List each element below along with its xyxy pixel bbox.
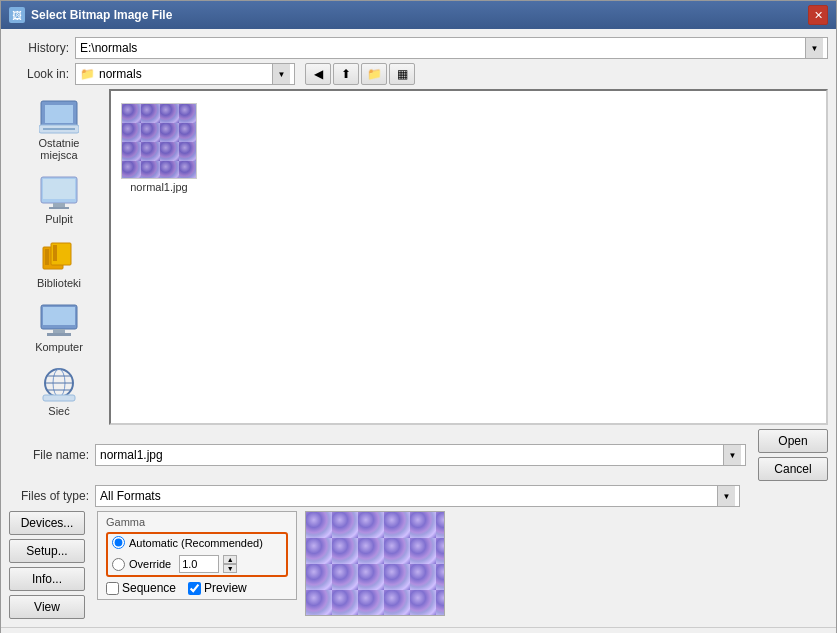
new-folder-button[interactable]: 📁 [361,63,387,85]
cancel-button[interactable]: Cancel [758,457,828,481]
svg-rect-11 [53,245,57,261]
view-button[interactable]: ▦ [389,63,415,85]
svg-rect-3 [43,128,75,130]
sidebar-item-computer[interactable]: Komputer [19,297,99,357]
gamma-automatic-option[interactable]: Automatic (Recommended) [112,536,282,549]
desktop-icon [35,173,83,213]
history-value: E:\normals [80,41,137,55]
filename-dropdown-arrow[interactable]: ▼ [723,445,741,465]
lookin-row: Look in: 📁 normals ▼ ◀ ⬆ 📁 ▦ [9,63,828,85]
file-area[interactable]: normal1.jpg [109,89,828,425]
filetype-row: Files of type: All Formats ▼ [9,485,828,507]
desktop-label: Pulpit [45,213,73,225]
title-bar: 🖼 Select Bitmap Image File ✕ [1,1,836,29]
preview-label: Preview [204,581,247,595]
gamma-automatic-label: Automatic (Recommended) [129,537,263,549]
lookin-folder-icon: 📁 [80,67,95,81]
sidebar: Ostatnie miejsca Pulpit [9,89,109,425]
filename-row: File name: ▼ Open Cancel [9,429,828,481]
filename-label: File name: [9,448,89,462]
computer-label: Komputer [35,341,83,353]
view-mode-button[interactable]: View [9,595,85,619]
filename-combo[interactable]: ▼ [95,444,746,466]
sidebar-item-network[interactable]: Sieć [19,361,99,421]
close-button[interactable]: ✕ [808,5,828,25]
open-button[interactable]: Open [758,429,828,453]
gamma-title: Gamma [106,516,288,528]
title-bar-left: 🖼 Select Bitmap Image File [9,7,172,23]
history-row: History: E:\normals ▼ [9,37,828,59]
network-icon [35,365,83,405]
select-bitmap-dialog: 🖼 Select Bitmap Image File ✕ History: E:… [0,0,837,633]
gamma-override-label: Override [129,558,171,570]
svg-rect-14 [53,329,65,333]
window-icon: 🖼 [9,7,25,23]
svg-rect-6 [53,203,65,207]
checkboxes-row: Sequence Preview [106,581,288,595]
lower-section: Devices... Setup... Info... View Gamma A… [9,511,828,619]
normal-map-preview [122,104,197,179]
main-content: Ostatnie miejsca Pulpit [9,89,828,425]
history-combo[interactable]: E:\normals ▼ [75,37,828,59]
navigation-toolbar: ◀ ⬆ 📁 ▦ [305,63,415,85]
gamma-spinner-down[interactable]: ▼ [223,564,237,573]
file-name-label: normal1.jpg [130,181,187,193]
setup-button[interactable]: Setup... [9,539,85,563]
gamma-spinner-up[interactable]: ▲ [223,555,237,564]
recent-label: Ostatnie miejsca [23,137,95,161]
gamma-panel: Gamma Automatic (Recommended) Override ▲… [97,511,297,600]
preview-image [306,512,445,616]
recent-icon [35,97,83,137]
lookin-dropdown-arrow[interactable]: ▼ [272,64,290,84]
network-label: Sieć [48,405,69,417]
gamma-override-input[interactable] [179,555,219,573]
history-label: History: [9,41,69,55]
sidebar-item-recent[interactable]: Ostatnie miejsca [19,93,99,165]
open-cancel-buttons: Open Cancel [758,429,828,481]
svg-rect-7 [49,207,69,209]
svg-rect-10 [45,249,49,265]
svg-rect-15 [47,333,71,336]
filetype-combo[interactable]: All Formats ▼ [95,485,740,507]
window-title: Select Bitmap Image File [31,8,172,22]
computer-icon [35,301,83,341]
devices-button[interactable]: Devices... [9,511,85,535]
lookin-label: Look in: [9,67,69,81]
bottom-section: File name: ▼ Open Cancel Files of type: … [9,429,828,507]
up-button[interactable]: ⬆ [333,63,359,85]
sequence-checkbox-item[interactable]: Sequence [106,581,176,595]
filetype-value: All Formats [100,489,161,503]
sequence-checkbox[interactable] [106,582,119,595]
gamma-override-row: Override ▲ ▼ [112,555,282,573]
sidebar-item-desktop[interactable]: Pulpit [19,169,99,229]
filetype-label: Files of type: [9,489,89,503]
svg-rect-1 [45,105,73,123]
preview-thumbnail [305,511,445,616]
preview-checkbox[interactable] [188,582,201,595]
sequence-label: Sequence [122,581,176,595]
back-button[interactable]: ◀ [305,63,331,85]
gamma-selected-box: Automatic (Recommended) Override ▲ ▼ [106,532,288,577]
lookin-combo[interactable]: 📁 normals ▼ [75,63,295,85]
svg-rect-21 [43,395,75,401]
lookin-folder-name: normals [99,67,142,81]
dialog-body: History: E:\normals ▼ Look in: 📁 normals… [1,29,836,627]
svg-rect-5 [43,179,75,199]
gamma-spinner[interactable]: ▲ ▼ [223,555,237,573]
info-button[interactable]: Info... [9,567,85,591]
filename-input[interactable] [100,445,723,465]
preview-checkbox-item[interactable]: Preview [188,581,247,595]
libraries-label: Biblioteki [37,277,81,289]
gamma-override-radio[interactable] [112,558,125,571]
sidebar-item-libraries[interactable]: Biblioteki [19,233,99,293]
library-icon [35,237,83,277]
gamma-automatic-radio[interactable] [112,536,125,549]
left-buttons: Devices... Setup... Info... View [9,511,89,619]
list-item[interactable]: normal1.jpg [119,99,199,197]
history-dropdown-arrow[interactable]: ▼ [805,38,823,58]
file-thumbnail [121,103,197,179]
svg-rect-13 [43,307,75,325]
status-bar: Statistics: 324x324, RGB Color 8 Bits/Ch… [1,627,836,633]
filetype-dropdown-arrow[interactable]: ▼ [717,486,735,506]
